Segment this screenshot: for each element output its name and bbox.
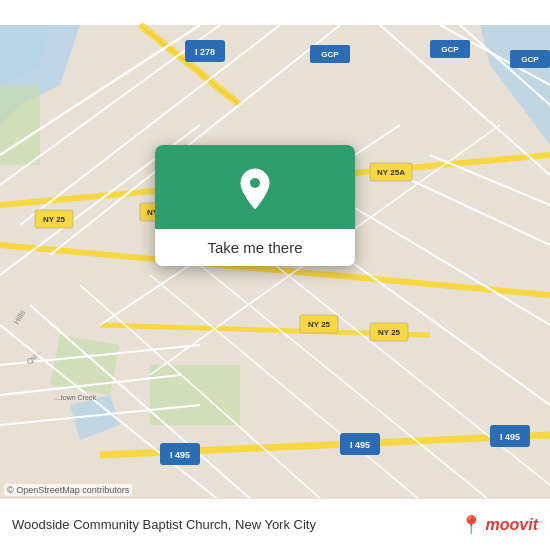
osm-text: © OpenStreetMap contributors xyxy=(7,485,129,495)
map-background: I 278 GCP GCP GCP NY 25 NY 25A NY 25A NY… xyxy=(0,0,550,550)
moovit-wordmark: moovit xyxy=(486,516,538,534)
action-card: Take me there xyxy=(155,145,355,266)
svg-text:I 495: I 495 xyxy=(350,440,370,450)
take-me-there-button[interactable]: Take me there xyxy=(155,229,355,266)
svg-text:I 278: I 278 xyxy=(195,47,215,57)
moovit-logo: 📍 moovit xyxy=(460,514,538,536)
location-label: Woodside Community Baptist Church, New Y… xyxy=(12,517,460,532)
svg-text:...town Creek: ...town Creek xyxy=(55,394,97,401)
moovit-pin-icon: 📍 xyxy=(460,514,482,536)
svg-text:I 495: I 495 xyxy=(170,450,190,460)
svg-text:NY 25: NY 25 xyxy=(308,320,331,329)
location-pin-icon xyxy=(236,167,274,211)
svg-text:NY 25A: NY 25A xyxy=(377,168,405,177)
svg-rect-3 xyxy=(0,85,40,165)
svg-text:NY 25: NY 25 xyxy=(43,215,66,224)
svg-text:GCP: GCP xyxy=(441,45,459,54)
card-header xyxy=(155,145,355,229)
bottom-bar: Woodside Community Baptist Church, New Y… xyxy=(0,498,550,550)
svg-text:GCP: GCP xyxy=(521,55,539,64)
svg-text:I 495: I 495 xyxy=(500,432,520,442)
svg-text:GCP: GCP xyxy=(321,50,339,59)
map-container: I 278 GCP GCP GCP NY 25 NY 25A NY 25A NY… xyxy=(0,0,550,550)
svg-text:NY 25: NY 25 xyxy=(378,328,401,337)
osm-attribution: © OpenStreetMap contributors xyxy=(4,484,132,496)
svg-point-64 xyxy=(250,178,260,188)
